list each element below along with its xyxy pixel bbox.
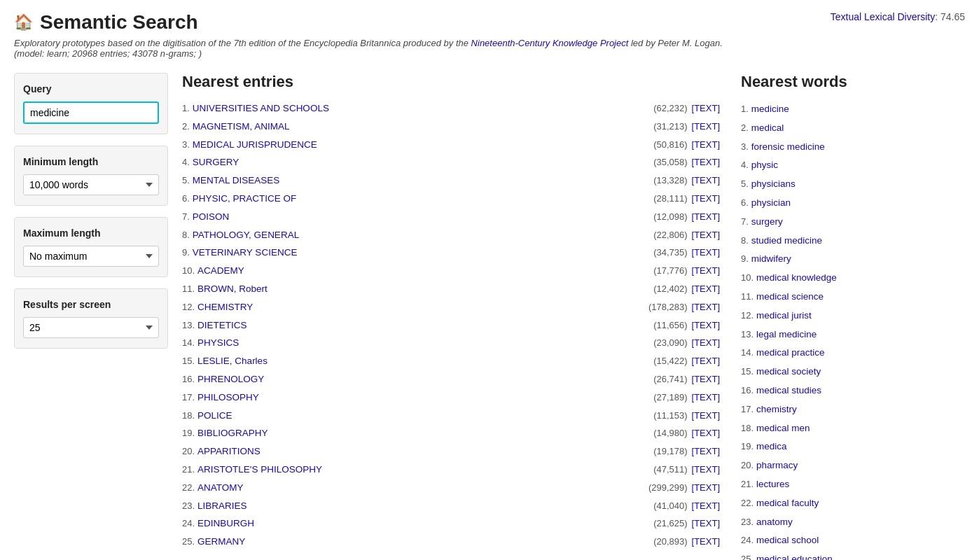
entry-link[interactable]: PHRENOLOGY (197, 372, 264, 387)
word-link[interactable]: forensic medicine (751, 141, 825, 152)
entry-text-link[interactable]: [TEXT] (692, 155, 720, 170)
entry-count: (35,058) (646, 155, 687, 170)
entry-count: (19,178) (646, 444, 687, 459)
word-link[interactable]: medical science (756, 291, 824, 302)
entry-link[interactable]: POISON (193, 209, 230, 225)
entry-link[interactable]: VETERINARY SCIENCE (193, 245, 298, 260)
entries-title: Nearest entries (182, 73, 720, 91)
word-link[interactable]: midwifery (751, 253, 791, 264)
table-row: 11. BROWN, Robert (12,402) [TEXT] (182, 281, 720, 297)
min-length-select[interactable]: 10,000 words 5,000 words 1,000 words 500… (23, 174, 159, 195)
word-link[interactable]: studied medicine (751, 235, 822, 246)
entry-link[interactable]: CHEMISTRY (197, 300, 253, 315)
word-link[interactable]: medical studies (756, 385, 821, 396)
word-link[interactable]: medical practice (756, 347, 825, 358)
table-row: 14. PHYSICS (23,090) [TEXT] (182, 335, 720, 351)
word-link[interactable]: medical (751, 122, 784, 133)
max-length-select[interactable]: No maximum 50,000 words 25,000 words 10,… (23, 246, 159, 267)
word-link[interactable]: medical society (756, 366, 821, 377)
entry-link[interactable]: SURGERY (193, 155, 239, 170)
entry-link[interactable]: GERMANY (197, 534, 245, 550)
word-link[interactable]: medical men (756, 423, 810, 433)
entry-text-link[interactable]: [TEXT] (692, 264, 720, 279)
word-link[interactable]: lectures (756, 479, 789, 489)
query-label: Query (23, 83, 159, 94)
entry-link[interactable]: MAGNETISM, ANIMAL (193, 119, 290, 134)
word-link[interactable]: surgery (751, 216, 783, 227)
word-link[interactable]: medical faculty (756, 498, 819, 508)
entry-text-link[interactable]: [TEXT] (692, 372, 720, 387)
entry-text-link[interactable]: [TEXT] (692, 336, 720, 351)
word-link[interactable]: physicians (751, 178, 796, 189)
entry-link[interactable]: UNIVERSITIES AND SCHOOLS (193, 101, 329, 116)
entry-text-link[interactable]: [TEXT] (692, 192, 720, 206)
entry-text-link[interactable]: [TEXT] (692, 138, 720, 153)
entry-text-link[interactable]: [TEXT] (692, 246, 720, 260)
entry-number: 11. (182, 282, 195, 297)
entry-number: 16. (182, 372, 195, 387)
entry-link[interactable]: LESLIE, Charles (197, 354, 268, 369)
word-link[interactable]: medicine (751, 104, 789, 114)
entry-text-link[interactable]: [TEXT] (692, 391, 720, 405)
entry-link[interactable]: APPARITIONS (197, 444, 261, 459)
list-item: 17. chemistry (741, 401, 965, 417)
query-section: Query (14, 73, 168, 134)
entry-link[interactable]: MEDICAL JURISPRUDENCE (193, 137, 317, 153)
entry-link[interactable]: ANATOMY (197, 480, 244, 496)
entry-text-link[interactable]: [TEXT] (692, 463, 720, 477)
table-row: 12. CHEMISTRY (178,283) [TEXT] (182, 300, 720, 315)
entry-link[interactable]: PATHOLOGY, GENERAL (193, 227, 299, 243)
table-row: 7. POISON (12,098) [TEXT] (182, 209, 720, 225)
word-link[interactable]: medica (756, 441, 787, 451)
word-link[interactable]: legal medicine (756, 329, 817, 340)
entry-count: (27,189) (646, 391, 687, 405)
entry-text-link[interactable]: [TEXT] (692, 517, 720, 531)
word-link[interactable]: medical school (756, 535, 819, 545)
entry-text-link[interactable]: [TEXT] (692, 228, 720, 243)
entry-text-link[interactable]: [TEXT] (692, 535, 720, 550)
entry-link[interactable]: BROWN, Robert (197, 281, 268, 297)
entry-text-link[interactable]: [TEXT] (692, 426, 720, 441)
list-item: 3. forensic medicine (741, 139, 965, 155)
word-link[interactable]: physic (751, 160, 778, 170)
table-row: 18. POLICE (11,153) [TEXT] (182, 408, 720, 424)
word-link[interactable]: pharmacy (756, 460, 798, 470)
word-link[interactable]: anatomy (756, 517, 793, 527)
entry-link[interactable]: LIBRARIES (197, 498, 247, 514)
word-link[interactable]: medical knowledge (756, 272, 837, 283)
entry-text-link[interactable]: [TEXT] (692, 318, 720, 333)
entry-text-link[interactable]: [TEXT] (692, 409, 720, 424)
entry-link[interactable]: MENTAL DISEASES (193, 173, 280, 188)
entry-link[interactable]: PHYSICS (197, 335, 239, 351)
entry-link[interactable]: PHYSIC, PRACTICE OF (193, 191, 297, 206)
nckp-link[interactable]: Nineteenth-Century Knowledge Project (471, 38, 629, 48)
entry-text-link[interactable]: [TEXT] (692, 300, 720, 315)
entry-link[interactable]: BIBLIOGRAPHY (197, 426, 268, 441)
entry-text-link[interactable]: [TEXT] (692, 102, 720, 116)
entry-link[interactable]: ACADEMY (197, 263, 244, 279)
entry-text-link[interactable]: [TEXT] (692, 444, 720, 459)
query-input[interactable] (23, 102, 159, 124)
entry-link[interactable]: PHILOSOPHY (197, 390, 259, 405)
entry-link[interactable]: POLICE (197, 408, 232, 424)
table-row: 2. MAGNETISM, ANIMAL (31,213) [TEXT] (182, 119, 720, 134)
entry-link[interactable]: ARISTOTLE'S PHILOSOPHY (197, 462, 322, 477)
word-link[interactable]: medical jurist (756, 310, 812, 321)
word-link[interactable]: chemistry (756, 404, 797, 414)
tld-link[interactable]: Textual Lexical Diversity (831, 11, 935, 22)
min-length-label: Minimum length (23, 156, 159, 167)
results-select[interactable]: 25 10 50 100 (23, 317, 159, 338)
entry-count: (47,511) (646, 463, 687, 477)
entry-text-link[interactable]: [TEXT] (692, 481, 720, 496)
entry-text-link[interactable]: [TEXT] (692, 499, 720, 514)
word-link[interactable]: medical education (756, 554, 833, 560)
word-link[interactable]: physician (751, 197, 791, 208)
entry-link[interactable]: EDINBURGH (197, 516, 254, 531)
entry-text-link[interactable]: [TEXT] (692, 282, 720, 297)
entry-text-link[interactable]: [TEXT] (692, 174, 720, 188)
entry-text-link[interactable]: [TEXT] (692, 120, 720, 134)
entry-text-link[interactable]: [TEXT] (692, 354, 720, 369)
entry-text-link[interactable]: [TEXT] (692, 210, 720, 225)
entry-number: 6. (182, 192, 190, 206)
entry-link[interactable]: DIETETICS (197, 318, 247, 333)
